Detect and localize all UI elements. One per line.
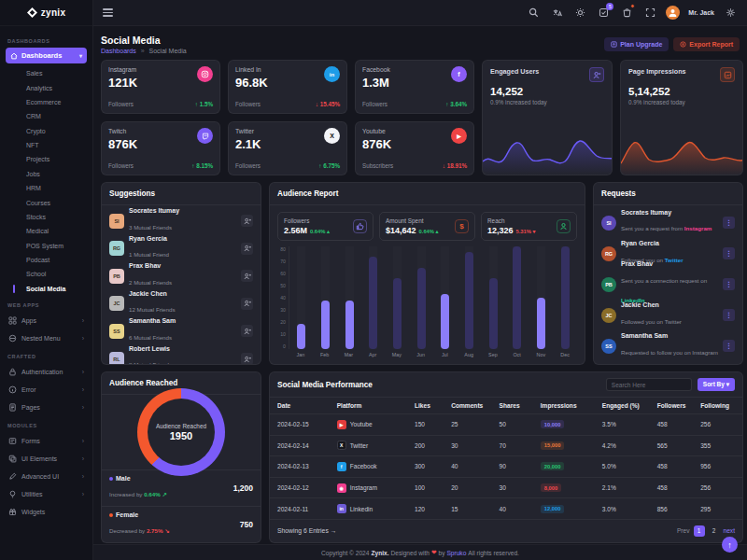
sidebar-sub-item[interactable]: Social Media (6, 282, 87, 296)
pagination-prev[interactable]: Prev (677, 527, 690, 534)
request-menu-button[interactable]: ⋮ (723, 278, 735, 290)
hamburger-menu-icon[interactable] (103, 7, 113, 18)
theme-toggle-icon[interactable] (572, 6, 587, 21)
bar-sep (481, 246, 505, 349)
add-friend-button[interactable] (241, 243, 253, 255)
page-title: Social Media (101, 35, 187, 46)
breadcrumb-dashboards[interactable]: Dashboards (101, 48, 136, 54)
page-header: Social Media Dashboards » Social Media P… (101, 32, 740, 56)
sidebar-item-dashboards[interactable]: Dashboards ▾ (6, 48, 87, 63)
brand-logo[interactable]: zynix (0, 0, 92, 26)
avatar: SI (109, 214, 124, 229)
pagination-page-2[interactable]: 2 (709, 525, 720, 537)
amount-spent-stat: Amount Spent $14,6420.64% $ (379, 212, 475, 241)
audience-report-chart: 80706050403020100 JanFebMarAprMayJunJulA… (270, 245, 585, 364)
notifications-icon[interactable]: 5 (596, 6, 611, 21)
chevron-right-icon: › (82, 455, 84, 462)
pagination-next[interactable]: next (724, 527, 735, 534)
plan-upgrade-button[interactable]: Plan Upgrade (604, 37, 669, 51)
search-input[interactable] (606, 378, 692, 391)
stat-card-facebook[interactable]: Facebook 1.3M Followers3.64% f (355, 60, 474, 114)
sidebar-item-utilities[interactable]: Utilities › (6, 485, 87, 503)
stat-card-youtube[interactable]: Youtube 876K Subscribers18.91% ▶ (355, 121, 474, 175)
sidebar-sub-item[interactable]: HRM (6, 181, 87, 195)
sidebar-sub-item[interactable]: Ecommerce (6, 95, 87, 109)
fullscreen-icon[interactable] (642, 6, 657, 21)
impressions-badge: 10,000 (541, 420, 565, 428)
sidebar-sub-item[interactable]: Analytics (6, 80, 87, 94)
sidebar-item-authentication[interactable]: Authentication › (6, 363, 87, 381)
bulb-icon (8, 490, 17, 498)
sidebar-item-label: Pages (21, 404, 40, 411)
breadcrumb-separator: » (141, 48, 145, 54)
add-friend-button[interactable] (241, 215, 253, 227)
export-report-button[interactable]: Export Report (673, 37, 740, 51)
pagination-page-1[interactable]: 1 (694, 525, 705, 537)
heart-icon: ❤ (431, 549, 437, 556)
sidebar-item-advanced-ui[interactable]: Advanced UI › (6, 468, 87, 485)
stat-card-twitch[interactable]: Twitch 876K Followers8.15% (101, 121, 220, 175)
sidebar-sub-item[interactable]: Sales (6, 66, 87, 80)
sidebar-item-apps[interactable]: Apps › (6, 312, 87, 329)
add-friend-button[interactable] (241, 270, 253, 282)
table-row[interactable]: 2024-02-13 f Facebook 300 40 90 20,000 5… (270, 456, 742, 478)
search-icon[interactable] (526, 6, 541, 21)
request-menu-button[interactable]: ⋮ (723, 340, 735, 352)
footer-brand: Zynix. (371, 550, 388, 556)
sidebar-sub-item[interactable]: School (6, 267, 87, 281)
audience-reached-title: Audience Reached (109, 379, 177, 387)
request-name: Jackie Chen (621, 301, 682, 310)
stat-card-linkedin[interactable]: Linked In 96.8K Followers15.45% in (228, 60, 347, 114)
sidebar-sub-item[interactable]: CRM (6, 109, 87, 123)
table-row[interactable]: 2024-02-11 in Linkedin 120 15 40 12,000 … (270, 498, 742, 520)
settings-gear-icon[interactable] (723, 6, 738, 21)
sidebar-sub-item[interactable]: Projects (6, 152, 87, 166)
table-row[interactable]: 2024-02-12 ◉ Instagram 100 20 30 8,000 2… (270, 478, 742, 499)
user-name[interactable]: Mr. Jack (688, 9, 714, 16)
sidebar-sub-item[interactable]: NFT (6, 138, 87, 152)
stat-card-instagram[interactable]: Instagram 121K Followers1.5% (101, 60, 220, 114)
male-value: 1,200 (233, 483, 253, 493)
sidebar-sub-item[interactable]: Crypto (6, 124, 87, 138)
sidebar-item-label: Forms (21, 438, 40, 444)
request-text: Requested to follow you on Instagram (621, 349, 718, 356)
sort-by-button[interactable]: Sort By ▾ (698, 378, 735, 391)
audience-reached-panel: Audience Reached Audience Reached 1950 M… (101, 371, 261, 543)
stat-card-twitter[interactable]: Twitter 2.1K Followers6.75% X (228, 121, 347, 175)
sidebar-sub-item-label: Jobs (26, 171, 40, 177)
sidebar-sub-item[interactable]: Jobs (6, 167, 87, 181)
sidebar-sub-item[interactable]: Stocks (6, 210, 87, 224)
platform-icon: f (337, 462, 346, 471)
designer-link[interactable]: Spruko (446, 550, 466, 556)
sidebar-sub-item[interactable]: Medical (6, 224, 87, 238)
avatar[interactable] (666, 6, 680, 20)
add-friend-button[interactable] (241, 353, 253, 365)
sidebar-sub-item[interactable]: Podcast (6, 253, 87, 267)
engaged-users-subtext: 0.9% increased today (490, 99, 604, 105)
bar-mar (337, 246, 361, 349)
request-menu-button[interactable]: ⋮ (723, 309, 735, 321)
translate-icon[interactable] (549, 6, 564, 21)
suggestion-mutual: 2 Mutual Friends (129, 279, 172, 286)
table-row[interactable]: 2024-02-15 ▶ Youtube 150 25 50 10,000 3.… (270, 414, 742, 436)
sidebar-item-ui-elements[interactable]: UI Elements › (6, 450, 87, 468)
impressions-badge: 20,000 (541, 462, 565, 470)
request-menu-button[interactable]: ⋮ (723, 217, 735, 229)
female-legend-row: Female Decreased by 2.75% 750 (102, 506, 261, 542)
add-friend-button[interactable] (241, 325, 253, 337)
request-text: Followed you on Twitter (621, 318, 682, 325)
sidebar-sub-item-label: School (26, 271, 46, 277)
sidebar-item-nested-menu[interactable]: Nested Menu › (6, 329, 87, 347)
table-row[interactable]: 2024-02-14 X Twitter 200 30 70 15,000 4.… (270, 436, 742, 457)
sidebar-item-widgets[interactable]: Widgets (6, 503, 87, 521)
sidebar-sub-item[interactable]: POS System (6, 239, 87, 253)
request-name: Prax Bhav (621, 260, 718, 269)
sidebar-sub-item[interactable]: Courses (6, 195, 87, 209)
sidebar-item-forms[interactable]: Forms › (6, 432, 87, 450)
request-menu-button[interactable]: ⋮ (723, 247, 735, 259)
scroll-to-top-button[interactable]: ↑ (722, 537, 738, 553)
add-friend-button[interactable] (241, 298, 253, 310)
cart-icon[interactable] (619, 6, 634, 21)
sidebar-item-pages[interactable]: Pages › (6, 399, 87, 416)
sidebar-item-error[interactable]: Error › (6, 381, 87, 399)
